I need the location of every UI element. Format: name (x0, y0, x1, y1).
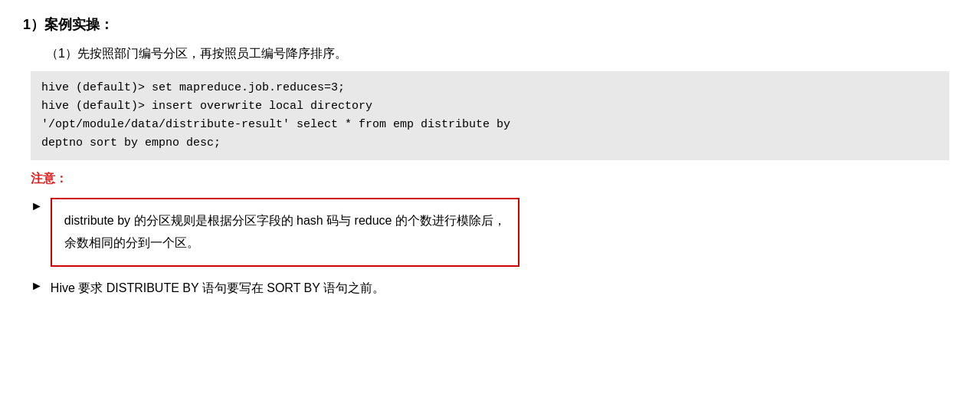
bullet-item-2: ► Hive 要求 DISTRIBUTE BY 语句要写在 SORT BY 语句… (31, 278, 957, 298)
bullet-arrow-2: ► (31, 279, 43, 293)
highlight-box: distribute by 的分区规则是根据分区字段的 hash 码与 redu… (51, 198, 519, 267)
bullet-item-1: ► distribute by 的分区规则是根据分区字段的 hash 码与 re… (31, 198, 957, 267)
bullet-arrow-1: ► (31, 199, 43, 213)
bullet-list: ► distribute by 的分区规则是根据分区字段的 hash 码与 re… (31, 198, 957, 298)
code-line-1: hive (default)> set mapreduce.job.reduce… (41, 79, 939, 97)
section-title: 1）案例实操： (23, 15, 957, 34)
subsection-title: （1）先按照部门编号分区，再按照员工编号降序排序。 (46, 46, 957, 62)
page-container: 1）案例实操： （1）先按照部门编号分区，再按照员工编号降序排序。 hive (… (23, 15, 957, 298)
code-line-3: '/opt/module/data/distribute-result' sel… (41, 116, 939, 134)
code-line-4: deptno sort by empno desc; (41, 134, 939, 153)
bullet-1-line1: distribute by 的分区规则是根据分区字段的 hash 码与 redu… (64, 214, 506, 227)
bullet-content-1: distribute by 的分区规则是根据分区字段的 hash 码与 redu… (51, 198, 519, 267)
notice-label: 注意： (31, 171, 957, 187)
code-block: hive (default)> set mapreduce.job.reduce… (31, 71, 949, 160)
bullet-content-2: Hive 要求 DISTRIBUTE BY 语句要写在 SORT BY 语句之前… (51, 278, 385, 298)
code-line-2: hive (default)> insert overwrite local d… (41, 97, 939, 116)
bullet-1-line2: 余数相同的分到一个区。 (64, 236, 199, 249)
